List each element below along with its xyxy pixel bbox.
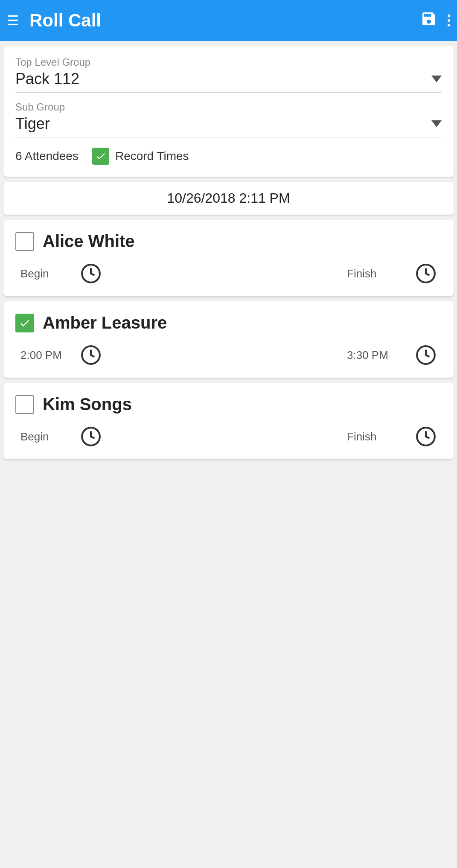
sub-group-label: Sub Group xyxy=(15,101,442,113)
finish-time-value: 3:30 PM xyxy=(347,349,415,362)
finish-time-icon[interactable] xyxy=(415,263,437,284)
begin-label: Begin xyxy=(20,430,80,443)
finish-label: Finish xyxy=(347,267,415,280)
attendee-card: Amber Leasure 2:00 PM 3:30 PM xyxy=(3,301,454,378)
attendee-checkbox[interactable] xyxy=(15,314,34,332)
record-times-group: Record Times xyxy=(92,148,189,165)
attendee-card: Kim Songs Begin Finish xyxy=(3,383,454,459)
save-icon[interactable] xyxy=(420,10,437,31)
attendee-name: Alice White xyxy=(43,232,135,251)
more-options-icon[interactable] xyxy=(448,15,450,26)
session-date-card: 10/26/2018 2:11 PM xyxy=(3,182,454,215)
attendee-name: Amber Leasure xyxy=(43,313,167,332)
sub-group: Sub Group Tiger xyxy=(15,101,442,137)
top-level-value: Pack 112 xyxy=(15,70,79,88)
menu-icon[interactable]: ☰ xyxy=(7,14,19,27)
attendee-checkbox[interactable] xyxy=(15,232,34,251)
top-level-selector[interactable]: Pack 112 xyxy=(15,70,442,93)
time-row: Begin Finish xyxy=(15,263,442,284)
app-title: Roll Call xyxy=(29,10,420,31)
attendee-checkbox[interactable] xyxy=(15,395,34,414)
filter-card: Top Level Group Pack 112 Sub Group Tiger… xyxy=(3,46,454,177)
attendee-card: Alice White Begin Finish xyxy=(3,220,454,296)
begin-time-value: 2:00 PM xyxy=(20,349,80,362)
attendees-count: 6 Attendees xyxy=(15,149,79,163)
record-times-label: Record Times xyxy=(115,149,189,163)
app-header: ☰ Roll Call xyxy=(0,0,457,41)
sub-group-selector[interactable]: Tiger xyxy=(15,115,442,137)
finish-time-icon[interactable] xyxy=(415,426,437,447)
time-row: 2:00 PM 3:30 PM xyxy=(15,344,442,366)
begin-time-icon[interactable] xyxy=(80,344,102,366)
begin-label: Begin xyxy=(20,267,80,280)
time-row: Begin Finish xyxy=(15,426,442,447)
top-level-group: Top Level Group Pack 112 xyxy=(15,56,442,93)
session-datetime: 10/26/2018 2:11 PM xyxy=(167,190,290,206)
attendee-header: Kim Songs xyxy=(15,395,442,414)
begin-time-icon[interactable] xyxy=(80,263,102,284)
top-level-chevron-icon[interactable] xyxy=(431,76,442,82)
record-times-checkbox[interactable] xyxy=(92,148,109,165)
attendee-header: Amber Leasure xyxy=(15,313,442,332)
sub-group-value: Tiger xyxy=(15,115,50,133)
finish-time-icon[interactable] xyxy=(415,344,437,366)
sub-group-chevron-icon[interactable] xyxy=(431,120,442,127)
attendee-name: Kim Songs xyxy=(43,395,132,414)
info-row: 6 Attendees Record Times xyxy=(15,148,442,165)
finish-label: Finish xyxy=(347,430,415,443)
attendees-list: Alice White Begin Finish xyxy=(0,220,457,459)
attendee-header: Alice White xyxy=(15,232,442,251)
top-level-label: Top Level Group xyxy=(15,56,442,68)
begin-time-icon[interactable] xyxy=(80,426,102,447)
